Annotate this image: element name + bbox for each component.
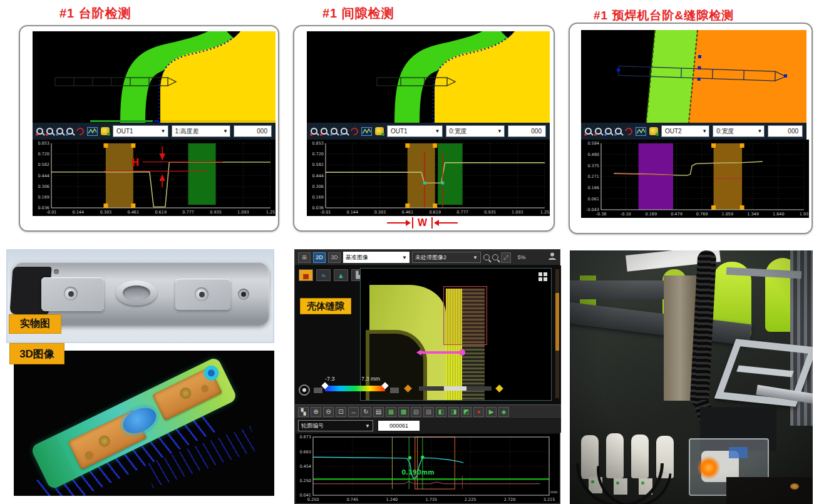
color-mode-button[interactable]	[299, 384, 310, 396]
settings-tool-icon[interactable]	[375, 127, 384, 135]
machine-floor	[726, 477, 813, 504]
width-annotation: W	[387, 217, 458, 229]
mode-select[interactable]: 0:宽度▼	[713, 125, 765, 137]
image-layer-select[interactable]: 未处理图像2▼	[412, 252, 481, 263]
svg-text:0.306: 0.306	[312, 184, 324, 189]
profile-view-icon[interactable]	[636, 127, 646, 136]
mask-2-icon[interactable]: ▨	[423, 407, 434, 417]
svg-text:0.619: 0.619	[155, 210, 167, 215]
mode-select[interactable]: 0:宽度▼	[446, 125, 505, 137]
refresh-icon[interactable]	[349, 126, 360, 136]
select-tool-icon[interactable]: ▚	[298, 407, 309, 417]
profile-view-icon[interactable]	[87, 127, 98, 136]
svg-text:0.169: 0.169	[312, 195, 324, 200]
view-3d-button[interactable]: 3D	[328, 252, 341, 263]
rotate-icon[interactable]: ↻	[361, 407, 371, 417]
zoom-100-icon[interactable]	[595, 128, 602, 135]
mask-icon[interactable]: ▧	[411, 407, 421, 417]
measure-arrow[interactable]	[421, 351, 462, 354]
settings-tool-icon[interactable]	[649, 127, 658, 135]
zoom-fit-icon[interactable]	[585, 128, 592, 135]
profile-select-row: 轮廓编号▼ 000061	[295, 419, 561, 433]
zoom-in-icon[interactable]	[605, 128, 612, 135]
measure-arrow-dot	[459, 349, 465, 356]
zoom-in-icon[interactable]	[56, 128, 63, 135]
zoom-100-icon[interactable]	[46, 128, 53, 135]
zoom-fit-icon[interactable]	[36, 128, 43, 135]
vertical-scrollbar[interactable]	[555, 269, 559, 398]
record-icon[interactable]: ●	[473, 407, 484, 417]
zoom-out-icon[interactable]	[492, 254, 498, 260]
horizontal-scrollbar[interactable]	[419, 386, 492, 391]
settings-tool-icon[interactable]	[101, 127, 110, 135]
arrow-line	[439, 222, 458, 224]
screw-hole-center	[199, 292, 205, 297]
roi-icon[interactable]: ◧	[436, 407, 446, 417]
chevron-down-icon: ▼	[473, 255, 478, 260]
export-icon[interactable]: ▶	[486, 407, 497, 417]
zoom-fit-icon[interactable]: ⤢	[501, 252, 511, 263]
zoom-fit-icon[interactable]	[311, 128, 317, 135]
profile-graph-icon[interactable]: ≈	[316, 269, 331, 281]
profile-graph: -0.010.1440.3030.4610.6190.7770.9351.093…	[307, 140, 550, 216]
svg-text:3.215: 3.215	[544, 497, 555, 502]
zoom-in-icon[interactable]	[483, 254, 490, 260]
user-icon[interactable]	[548, 252, 557, 263]
output-select[interactable]: OUT1▼	[113, 125, 168, 137]
scale-left-button[interactable]	[314, 388, 322, 393]
threed-screw	[97, 434, 112, 449]
svg-text:0.166: 0.166	[587, 185, 599, 190]
fullscreen-icon[interactable]	[538, 272, 547, 281]
histogram-icon[interactable]: ▦	[386, 407, 396, 417]
svg-text:0.769: 0.769	[696, 212, 708, 217]
surface-graph-icon[interactable]: ▲	[334, 269, 348, 281]
output-select[interactable]: OUT2▼	[661, 125, 709, 137]
svg-text:1.059: 1.059	[722, 212, 734, 217]
svg-text:0.853: 0.853	[312, 141, 324, 146]
zoom-in-icon[interactable]	[331, 128, 337, 135]
image-source-select[interactable]: 基准图像▼	[343, 252, 410, 263]
height-map-icon[interactable]: ▩	[398, 407, 409, 417]
output-select[interactable]: OUT1▼	[387, 125, 443, 137]
roi-3-icon[interactable]: ◩	[461, 407, 471, 417]
vent-hole-center	[241, 292, 246, 297]
arrow-line	[387, 222, 406, 224]
zoom-out-icon[interactable]	[341, 128, 348, 135]
height-image-icon[interactable]: ▅	[299, 269, 313, 281]
zoom-in-icon[interactable]: ⊕	[311, 407, 321, 417]
capture-icon[interactable]: ◈	[498, 407, 509, 417]
svg-text:0.582: 0.582	[38, 162, 49, 167]
profile-number-select[interactable]: 轮廓编号▼	[298, 420, 373, 431]
mode-select[interactable]: 1:高度差▼	[172, 125, 230, 137]
height-color-scale[interactable]	[325, 386, 385, 391]
heightmap-svg	[307, 31, 550, 123]
measure-value-field[interactable]: 000	[508, 125, 546, 137]
center-boss-cavity	[123, 285, 150, 301]
selection-rect[interactable]	[443, 286, 487, 345]
physical-image-label: 实物图	[9, 314, 61, 334]
zoom-100-icon[interactable]	[321, 128, 327, 135]
measure-value-field[interactable]: 000	[768, 125, 803, 137]
pan-icon[interactable]: ↔	[348, 407, 359, 417]
scrollbar-thumb[interactable]	[444, 386, 466, 391]
zoom-out-icon[interactable]: ⊖	[323, 407, 334, 417]
roi-2-icon[interactable]: ◨	[448, 407, 459, 417]
grid-view-button[interactable]: ⊞	[298, 252, 311, 263]
profile-number-field[interactable]: 000061	[378, 421, 420, 431]
profile-row-icon[interactable]: ▤	[373, 407, 384, 417]
scrollbar-thumb[interactable]	[555, 293, 559, 351]
view-2d-button[interactable]: 2D	[313, 252, 326, 263]
chevron-down-icon: ▼	[365, 423, 370, 429]
refresh-icon[interactable]	[75, 126, 86, 136]
zoom-region-icon[interactable]: ⊡	[336, 407, 346, 417]
edit-toolbar: ▚⊕⊖⊡↔↻▤▦▩▧▨◧◨◩●▶◈	[295, 404, 561, 419]
svg-text:0.375: 0.375	[587, 163, 599, 168]
view-area[interactable]	[360, 268, 552, 401]
measure-value-field[interactable]: 000	[234, 125, 272, 137]
scale-right-button[interactable]	[390, 388, 399, 393]
zoom-out-icon[interactable]	[66, 128, 73, 135]
zoom-out-icon[interactable]	[615, 128, 622, 135]
svg-text:0.873: 0.873	[299, 435, 311, 440]
profile-view-icon[interactable]	[361, 127, 372, 136]
refresh-icon[interactable]	[624, 126, 634, 136]
